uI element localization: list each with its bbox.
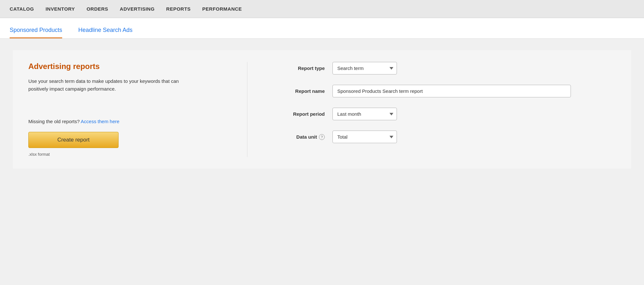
main-content: Advertising reports Use your search term…: [0, 39, 644, 285]
nav-advertising[interactable]: ADVERTISING: [120, 6, 155, 12]
nav-inventory[interactable]: INVENTORY: [45, 6, 75, 12]
nav-performance[interactable]: PERFORMANCE: [202, 6, 242, 12]
tab-sponsored-products[interactable]: Sponsored Products: [10, 27, 62, 38]
tab-bar: Sponsored Products Headline Search Ads: [0, 18, 644, 39]
section-title: Advertising reports: [28, 62, 228, 71]
report-type-select[interactable]: Search term Keyword Campaign Ad group: [332, 62, 397, 74]
report-name-label: Report name: [273, 88, 325, 94]
right-section: Report type Search term Keyword Campaign…: [247, 62, 616, 157]
report-period-row: Report period Last month This month Last…: [273, 108, 616, 120]
report-period-label: Report period: [273, 111, 325, 117]
data-unit-label-group: Data unit ?: [273, 134, 325, 140]
access-link[interactable]: Access them here: [81, 119, 120, 124]
nav-orders[interactable]: ORDERS: [87, 6, 108, 12]
report-period-select[interactable]: Last month This month Last week Custom: [332, 108, 397, 120]
create-report-button[interactable]: Create report: [28, 132, 119, 148]
data-unit-select[interactable]: Total Daily: [332, 131, 397, 143]
nav-catalog[interactable]: CATALOG: [10, 6, 34, 12]
content-card: Advertising reports Use your search term…: [13, 50, 631, 169]
report-name-input[interactable]: [332, 85, 571, 97]
report-name-row: Report name: [273, 85, 616, 97]
section-description: Use your search term data to make update…: [28, 77, 196, 93]
top-nav: CATALOG INVENTORY ORDERS ADVERTISING REP…: [0, 0, 644, 18]
report-type-label: Report type: [273, 65, 325, 71]
left-section: Advertising reports Use your search term…: [28, 62, 247, 157]
data-unit-help-icon[interactable]: ?: [319, 134, 325, 140]
tab-headline-search-ads[interactable]: Headline Search Ads: [78, 27, 132, 38]
data-unit-label: Data unit: [296, 134, 317, 140]
format-label: .xlsx format: [28, 152, 50, 157]
data-unit-row: Data unit ? Total Daily: [273, 131, 616, 143]
nav-reports[interactable]: REPORTS: [166, 6, 191, 12]
missing-text: Missing the old reports? Access them her…: [28, 119, 228, 124]
report-type-row: Report type Search term Keyword Campaign…: [273, 62, 616, 74]
